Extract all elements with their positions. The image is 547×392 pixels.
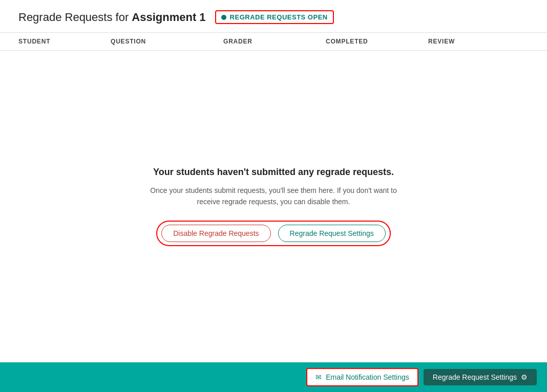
- envelope-icon: ✉: [315, 373, 322, 381]
- regrade-settings-center-button[interactable]: Regrade Request Settings: [278, 225, 386, 242]
- empty-state-title: Your students haven't submitted any regr…: [153, 167, 394, 178]
- disable-regrade-button[interactable]: Disable Regrade Requests: [161, 225, 270, 242]
- regrade-settings-footer-label: Regrade Request Settings: [433, 373, 517, 381]
- col-header-student: STUDENT: [18, 38, 111, 45]
- badge-label: REGRADE REQUESTS OPEN: [230, 13, 328, 21]
- page-header: Regrade Requests for Assignment 1 REGRAD…: [0, 0, 547, 32]
- col-header-review: REVIEW: [428, 38, 529, 45]
- col-header-grader: GRADER: [223, 38, 326, 45]
- table-header: STUDENT QUESTION GRADER COMPLETED REVIEW: [0, 32, 547, 51]
- email-notif-label: Email Notification Settings: [326, 373, 409, 381]
- regrade-request-settings-footer-button[interactable]: Regrade Request Settings ⚙: [424, 369, 537, 385]
- main-content: Your students haven't submitted any regr…: [0, 51, 547, 362]
- gear-icon: ⚙: [521, 373, 528, 381]
- col-header-completed: COMPLETED: [326, 38, 428, 45]
- page-title: Regrade Requests for Assignment 1: [18, 11, 206, 24]
- col-header-question: QUESTION: [111, 38, 223, 45]
- empty-state-description: Once your students submit requests, you'…: [140, 185, 407, 208]
- action-buttons-group: Disable Regrade Requests Regrade Request…: [156, 221, 391, 246]
- regrade-open-badge: REGRADE REQUESTS OPEN: [215, 10, 334, 24]
- status-dot-icon: [221, 15, 226, 20]
- email-notification-button[interactable]: ✉ Email Notification Settings: [306, 368, 418, 386]
- title-prefix: Regrade Requests for: [18, 11, 132, 24]
- title-bold: Assignment 1: [132, 11, 205, 24]
- footer-bar: ✉ Email Notification Settings Regrade Re…: [0, 362, 547, 392]
